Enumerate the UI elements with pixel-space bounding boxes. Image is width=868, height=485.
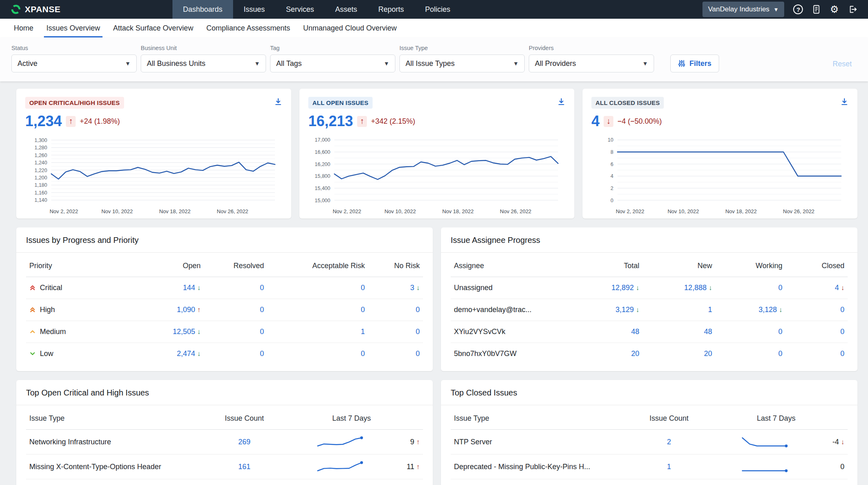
svg-text:Nov 2, 2022: Nov 2, 2022: [50, 208, 78, 214]
tab-attack-surface-overview[interactable]: Attack Surface Overview: [107, 19, 200, 37]
download-icon[interactable]: [557, 98, 565, 107]
value-link[interactable]: 2,474: [177, 350, 195, 358]
column-issue-count: Issue Count: [209, 406, 280, 430]
trend-down-icon: ↓: [841, 438, 845, 446]
value-link[interactable]: 0: [416, 350, 420, 358]
nav-item-issues[interactable]: Issues: [233, 0, 275, 19]
cell-working: 0: [715, 343, 786, 365]
filter-select-status[interactable]: Active▼: [11, 55, 137, 72]
cell-closed: 0: [786, 299, 848, 321]
cell-label: Unassigned: [454, 284, 493, 292]
trend-line-chart: 1,1401,1601,1801,2001,2201,2401,2601,280…: [25, 132, 277, 216]
value-link[interactable]: 0: [361, 350, 365, 358]
value-link[interactable]: 0: [260, 350, 264, 358]
cell-issue-count: 1: [633, 479, 705, 485]
value-link[interactable]: 0: [260, 284, 264, 292]
svg-text:Nov 18, 2022: Nov 18, 2022: [725, 208, 757, 214]
cell-open: 12,505↓: [145, 321, 204, 343]
cell-label: Missing X-Content-Type-Options Header: [29, 463, 161, 471]
value-link[interactable]: 1: [708, 306, 712, 314]
cell-acceptable-risk: 0: [267, 299, 368, 321]
value-link[interactable]: 2: [667, 438, 671, 446]
filter-select-business-unit[interactable]: All Business Units▼: [141, 55, 266, 72]
column-no-risk: No Risk: [368, 253, 423, 277]
filter-select-issue-type[interactable]: All Issue Types▼: [399, 55, 525, 72]
filters-button[interactable]: Filters: [670, 55, 719, 72]
tab-unmanaged-cloud-overview[interactable]: Unmanaged Cloud Overview: [297, 19, 403, 37]
kpi-head: ALL OPEN ISSUES: [308, 97, 565, 109]
help-icon[interactable]: ?: [793, 4, 803, 14]
value-link[interactable]: 4: [835, 284, 839, 292]
trend-up-icon: ↑: [417, 463, 420, 471]
value-link[interactable]: 0: [840, 328, 844, 336]
value-link[interactable]: 1,090: [177, 306, 195, 314]
org-switcher-button[interactable]: VanDelay Industries ▼: [702, 2, 785, 17]
cell-label: Critical: [40, 284, 62, 292]
value-link[interactable]: 0: [840, 350, 844, 358]
value-link[interactable]: 144: [183, 284, 195, 292]
nav-item-services[interactable]: Services: [275, 0, 325, 19]
value-link[interactable]: 20: [704, 350, 712, 358]
value-link[interactable]: 0: [416, 306, 420, 314]
value-link[interactable]: 0: [260, 328, 264, 336]
value-link[interactable]: 3,128: [759, 306, 777, 314]
download-icon[interactable]: [840, 98, 848, 107]
filter-label: Business Unit: [141, 45, 266, 51]
svg-text:15,800: 15,800: [315, 173, 330, 179]
kpi-row: OPEN CRITICAL/HIGH ISSUES1,234↑+24 (1.98…: [16, 89, 857, 218]
settings-gear-icon[interactable]: ⚙: [830, 4, 839, 14]
cell-new: 1: [643, 299, 715, 321]
download-icon[interactable]: [274, 98, 282, 107]
value-link[interactable]: 269: [238, 438, 251, 446]
column-issue-type: Issue Type: [451, 406, 633, 430]
nav-item-assets[interactable]: Assets: [325, 0, 368, 19]
value-link[interactable]: 0: [416, 328, 420, 336]
table-header-row: PriorityOpenResolvedAcceptable RiskNo Ri…: [26, 253, 423, 277]
value-link[interactable]: 3: [410, 284, 414, 292]
cell-issue-type: Insecure OpenSSH: [26, 479, 209, 485]
trend-line-chart: 15,00015,40015,80016,20016,60017,000Nov …: [308, 132, 560, 216]
nav-item-dashboards[interactable]: Dashboards: [172, 0, 233, 19]
kpi-title-badge: ALL CLOSED ISSUES: [591, 97, 664, 109]
release-notes-icon[interactable]: [812, 4, 821, 14]
value-link[interactable]: 20: [631, 350, 639, 358]
nav-item-policies[interactable]: Policies: [414, 0, 461, 19]
tab-home[interactable]: Home: [7, 19, 40, 37]
sparkline-chart: [741, 461, 790, 472]
trend-down-icon: ↓: [636, 284, 639, 292]
reset-button[interactable]: Reset: [827, 56, 857, 72]
value-link[interactable]: 0: [361, 306, 365, 314]
filter-select-providers[interactable]: All Providers▼: [529, 55, 654, 72]
value-link[interactable]: 0: [779, 328, 783, 336]
svg-text:Nov 2, 2022: Nov 2, 2022: [333, 208, 361, 214]
value-link[interactable]: 48: [704, 328, 712, 336]
value-link[interactable]: 0: [840, 306, 844, 314]
value-link[interactable]: 0: [260, 306, 264, 314]
logout-icon[interactable]: [848, 4, 857, 14]
column-new: New: [643, 253, 715, 277]
value-link[interactable]: 1: [667, 463, 671, 471]
kpi-metric: 4↓−4 (−50.00%): [591, 113, 848, 130]
value-link[interactable]: 0: [361, 284, 365, 292]
value-link[interactable]: 12,888: [684, 284, 707, 292]
column-assignee: Assignee: [451, 253, 570, 277]
value-link[interactable]: 0: [779, 284, 783, 292]
cell-label: NTP Server: [454, 438, 492, 446]
sparkline-chart: [316, 461, 366, 472]
value-link[interactable]: 12,505: [173, 328, 195, 336]
org-name: VanDelay Industries: [708, 5, 770, 13]
value-link[interactable]: 3,129: [615, 306, 634, 314]
filter-label: Tag: [270, 45, 395, 51]
value-link[interactable]: 12,892: [611, 284, 634, 292]
cell-resolved: 0: [204, 343, 267, 365]
svg-text:Nov 26, 2022: Nov 26, 2022: [783, 208, 814, 214]
tab-issues-overview[interactable]: Issues Overview: [40, 19, 107, 37]
value-link[interactable]: 0: [779, 350, 783, 358]
value-link[interactable]: 48: [631, 328, 639, 336]
value-link[interactable]: 161: [238, 463, 251, 471]
tab-compliance-assessments[interactable]: Compliance Assessments: [200, 19, 297, 37]
filter-select-tag[interactable]: All Tags▼: [270, 55, 395, 72]
value-link[interactable]: 1: [361, 328, 365, 336]
nav-item-reports[interactable]: Reports: [368, 0, 414, 19]
svg-text:Nov 26, 2022: Nov 26, 2022: [217, 208, 248, 214]
